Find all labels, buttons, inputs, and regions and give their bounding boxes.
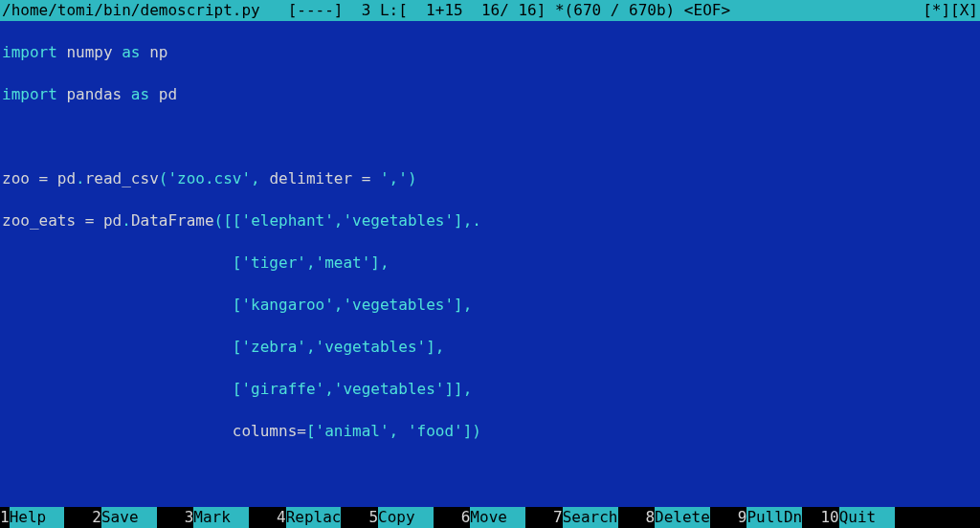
fn-mark[interactable]: 3Mark [185, 507, 249, 528]
eof-indicator: <EOF> [684, 0, 730, 21]
keyword-import: import [2, 85, 57, 103]
editor-titlebar: /home/tomi/bin/demoscript.py [----] 3 L:… [0, 0, 980, 21]
code-line: ['zebra','vegetables'], [2, 337, 978, 358]
code-line: columns=['animal', 'food']) [2, 421, 978, 442]
code-line: ['kangaroo','vegetables'], [2, 295, 978, 316]
code-text: np [141, 43, 168, 61]
fn-pulldn[interactable]: 9PullDn [738, 507, 802, 528]
fn-move[interactable]: 6Move [461, 507, 525, 528]
editor-area[interactable]: import numpy as np import pandas as pd z… [0, 21, 980, 507]
keyword-as: as [122, 43, 140, 61]
fn-search[interactable]: 7Search [553, 507, 617, 528]
fn-quit[interactable]: 10Quit [820, 507, 894, 528]
fn-copy[interactable]: 5Copy [368, 507, 433, 528]
close-button[interactable]: [X] [950, 0, 978, 21]
code-text: numpy [57, 43, 122, 61]
fn-save[interactable]: 2Save [92, 507, 156, 528]
keyword-as: as [131, 85, 149, 103]
code-line: zoo = pd.read_csv('zoo.csv', delimiter =… [2, 168, 978, 189]
code-text: pandas [57, 85, 131, 103]
file-flags: [----] [288, 0, 344, 21]
fn-delete[interactable]: 8Delete [645, 507, 709, 528]
code-line: zoo_eats = pd.DataFrame([['elephant','ve… [2, 210, 978, 231]
byte-counter: *(670 / 670b) [555, 0, 675, 21]
file-path: /home/tomi/bin/demoscript.py [2, 0, 260, 21]
function-key-bar: 1Help 2Save 3Mark 4Replac 5Copy 6Move 7S… [0, 507, 980, 528]
fn-replace[interactable]: 4Replac [277, 507, 341, 528]
code-line: ['tiger','meat'], [2, 253, 978, 274]
code-text: pd [149, 85, 177, 103]
fn-help[interactable]: 1Help [0, 507, 64, 528]
cursor-position: 3 L:[ 1+15 16/ 16] [362, 0, 546, 21]
code-line: ['giraffe','vegetables']], [2, 379, 978, 400]
modified-indicator: [*] [923, 0, 950, 21]
keyword-import: import [2, 43, 57, 61]
